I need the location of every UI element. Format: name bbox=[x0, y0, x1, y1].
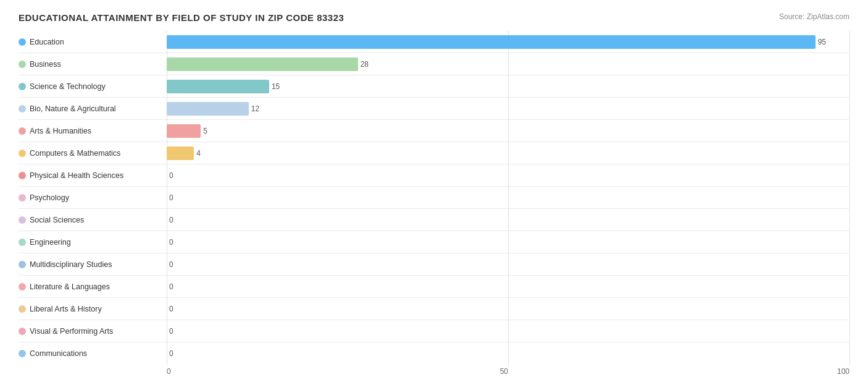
bar-label-row: Literature & Languages bbox=[19, 276, 167, 298]
bar-value-label: 0 bbox=[169, 282, 173, 291]
bar-row: 0 bbox=[167, 320, 849, 342]
bar-row: 4 bbox=[167, 142, 849, 164]
x-axis-label: 50 bbox=[500, 367, 508, 376]
grid-line-0 bbox=[167, 164, 167, 186]
bar-row: 0 bbox=[167, 231, 849, 253]
bar-label-row: Arts & Humanities bbox=[19, 120, 167, 142]
grid-line-0 bbox=[167, 320, 167, 342]
bar-value-label: 0 bbox=[169, 238, 173, 247]
grid-line-100 bbox=[849, 342, 850, 365]
bar-label-row: Liberal Arts & History bbox=[19, 298, 167, 320]
bar-row: 0 bbox=[167, 253, 849, 276]
bar-row: 0 bbox=[167, 164, 849, 187]
bar-label-text: Psychology bbox=[30, 193, 69, 202]
grid-line-50 bbox=[508, 164, 509, 186]
grid-line-0 bbox=[167, 209, 167, 231]
bar-row: 15 bbox=[167, 75, 849, 98]
bar-fill: 4 bbox=[167, 146, 194, 160]
bar-row: 0 bbox=[167, 209, 849, 231]
grid-line-50 bbox=[508, 298, 509, 320]
bar-row: 12 bbox=[167, 98, 849, 120]
bar-dot bbox=[19, 328, 26, 335]
grid-line-100 bbox=[849, 187, 850, 208]
bar-label-row: Business bbox=[19, 53, 167, 75]
chart-title: EDUCATIONAL ATTAINMENT BY FIELD OF STUDY… bbox=[19, 12, 344, 23]
grid-line-50 bbox=[508, 231, 509, 253]
bar-label-text: Physical & Health Sciences bbox=[30, 171, 123, 180]
grid-line-100 bbox=[849, 164, 850, 186]
labels-column: EducationBusinessScience & TechnologyBio… bbox=[19, 31, 167, 376]
grid-line-50 bbox=[508, 142, 509, 164]
bar-label-text: Visual & Performing Arts bbox=[30, 327, 113, 336]
source-credit: Source: ZipAtlas.com bbox=[779, 12, 849, 21]
grid-line-100 bbox=[849, 120, 850, 142]
bar-value-label: 0 bbox=[169, 349, 173, 358]
bar-row: 0 bbox=[167, 187, 849, 209]
grid-line-100 bbox=[849, 253, 850, 275]
bar-label-row: Multidisciplinary Studies bbox=[19, 253, 167, 276]
bar-value-label: 0 bbox=[169, 171, 173, 180]
bar-dot bbox=[19, 150, 26, 157]
bar-value-label: 28 bbox=[361, 60, 369, 69]
grid-line-0 bbox=[167, 298, 167, 320]
bar-label-row: Bio, Nature & Agricultural bbox=[19, 98, 167, 120]
grid-line-50 bbox=[508, 98, 509, 119]
bar-dot bbox=[19, 283, 26, 290]
bar-fill: 5 bbox=[167, 124, 201, 138]
grid-line-50 bbox=[508, 53, 509, 75]
bar-dot bbox=[19, 127, 26, 135]
chart-wrapper: EducationBusinessScience & TechnologyBio… bbox=[19, 31, 849, 376]
grid-line-100 bbox=[849, 276, 850, 297]
bar-dot bbox=[19, 305, 26, 313]
bar-dot bbox=[19, 83, 26, 90]
bar-label-row: Computers & Mathematics bbox=[19, 142, 167, 164]
grid-line-50 bbox=[508, 276, 509, 297]
bar-dot bbox=[19, 61, 26, 68]
grid-line-100 bbox=[849, 298, 850, 320]
x-axis: 050100 bbox=[167, 365, 849, 376]
bar-label-row: Science & Technology bbox=[19, 75, 167, 98]
bar-label-text: Computers & Mathematics bbox=[30, 149, 120, 158]
bar-row: 0 bbox=[167, 276, 849, 298]
bar-label-text: Communications bbox=[30, 349, 87, 358]
grid-line-100 bbox=[849, 320, 850, 342]
bar-value-label: 0 bbox=[169, 260, 173, 269]
grid-line-100 bbox=[849, 142, 850, 164]
bar-value-label: 0 bbox=[169, 327, 173, 336]
bar-label-text: Science & Technology bbox=[30, 82, 106, 91]
bar-row: 0 bbox=[167, 342, 849, 365]
bar-label-text: Business bbox=[30, 60, 61, 69]
bar-row: 28 bbox=[167, 53, 849, 75]
bar-fill: 12 bbox=[167, 102, 249, 116]
bar-value-label: 15 bbox=[272, 82, 280, 91]
grid-line-0 bbox=[167, 187, 167, 208]
grid-line-100 bbox=[849, 75, 850, 97]
bar-row: 5 bbox=[167, 120, 849, 142]
grid-line-0 bbox=[167, 231, 167, 253]
bar-label-row: Psychology bbox=[19, 187, 167, 209]
grid-line-50 bbox=[508, 320, 509, 342]
grid-line-50 bbox=[508, 187, 509, 208]
bar-label-row: Physical & Health Sciences bbox=[19, 164, 167, 187]
grid-line-100 bbox=[849, 209, 850, 231]
bar-dot bbox=[19, 350, 26, 357]
grid-line-50 bbox=[508, 253, 509, 275]
bar-value-label: 5 bbox=[203, 127, 207, 135]
bar-dot bbox=[19, 105, 26, 112]
bar-value-label: 12 bbox=[251, 104, 259, 113]
bar-value-label: 0 bbox=[169, 216, 173, 224]
bar-label-text: Multidisciplinary Studies bbox=[30, 260, 112, 269]
grid-line-100 bbox=[849, 53, 850, 75]
x-axis-label: 0 bbox=[167, 367, 171, 376]
bar-dot bbox=[19, 38, 26, 46]
x-axis-label: 100 bbox=[837, 367, 849, 376]
bar-dot bbox=[19, 194, 26, 201]
bar-label-row: Social Sciences bbox=[19, 209, 167, 231]
bar-dot bbox=[19, 239, 26, 246]
bar-row: 95 bbox=[167, 31, 849, 53]
bar-label-text: Liberal Arts & History bbox=[30, 305, 102, 313]
bar-label-text: Social Sciences bbox=[30, 216, 84, 224]
bar-label-text: Education bbox=[30, 38, 64, 46]
bar-value-label: 0 bbox=[169, 305, 173, 313]
bar-label-row: Communications bbox=[19, 342, 167, 365]
